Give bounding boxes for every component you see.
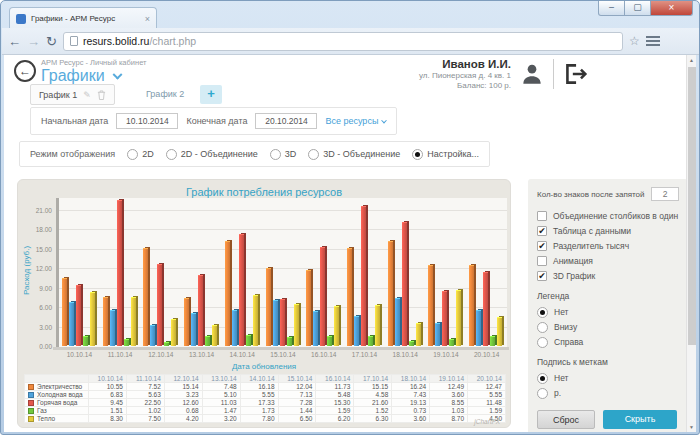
user-profile-icon[interactable]	[519, 61, 545, 87]
series-value: 0.68	[164, 407, 202, 415]
scroll-up-icon[interactable]: ▲	[687, 55, 696, 65]
labels-option-radio[interactable]	[537, 373, 548, 384]
bar-Холодная вода	[69, 302, 74, 346]
labels-option[interactable]: Нет	[537, 371, 679, 385]
x-axis-tick: 12.10.14	[140, 351, 181, 358]
forward-nav-icon[interactable]: →	[27, 35, 40, 48]
page-title[interactable]: Графики	[41, 67, 121, 85]
series-value: 8.30	[89, 415, 127, 423]
legend-option-radio[interactable]	[537, 322, 548, 333]
y-axis-tick: 21.00	[18, 207, 52, 214]
url-host: resurs.bolid.ru	[83, 35, 150, 47]
table-date-header: 17.10.14	[354, 375, 392, 383]
legend-option[interactable]: Внизу	[537, 320, 679, 334]
mode-option-radio[interactable]	[412, 149, 423, 160]
legend-option-radio[interactable]	[537, 337, 548, 348]
series-value: 6.20	[316, 415, 354, 423]
close-button[interactable]: ×	[651, 1, 693, 16]
checkbox[interactable]: ✔	[537, 241, 547, 251]
table-date-header: 11.10.14	[126, 375, 164, 383]
table-date-header: 12.10.14	[164, 375, 202, 383]
favicon-icon	[16, 14, 26, 24]
checkbox[interactable]	[537, 211, 547, 221]
hide-button[interactable]: Скрыть	[603, 410, 677, 429]
mode-option[interactable]: Настройка...	[412, 149, 479, 160]
series-value: 7.43	[392, 391, 430, 399]
mode-option-radio[interactable]	[127, 149, 138, 160]
series-value: 6.83	[89, 391, 127, 399]
checkbox[interactable]: ✔	[537, 271, 547, 281]
maximize-button[interactable]: ▢	[625, 1, 651, 16]
page-icon	[70, 36, 78, 46]
logout-icon[interactable]	[562, 61, 588, 87]
start-date-input[interactable]	[116, 113, 178, 129]
mode-option[interactable]: 2D	[127, 149, 154, 160]
reset-button[interactable]: Сброс	[537, 410, 595, 429]
minimize-button[interactable]: –	[598, 1, 625, 16]
bookmark-star-icon[interactable]: ☆	[629, 34, 640, 48]
settings-checkbox-row[interactable]: Объединение столбиков в один	[537, 209, 679, 223]
mode-option[interactable]: 3D - Объединение	[308, 149, 400, 160]
series-value: 17.33	[240, 399, 278, 407]
tab-title: Графики - АРМ Ресурс	[31, 14, 140, 23]
table-date-header: 16.10.14	[316, 375, 354, 383]
labels-option-radio[interactable]	[537, 388, 548, 399]
mode-option[interactable]: 2D - Объединение	[166, 149, 258, 160]
mode-option-radio[interactable]	[270, 149, 281, 160]
series-value: 5.55	[240, 391, 278, 399]
table-date-header: 15.10.14	[278, 375, 316, 383]
mode-option-radio[interactable]	[166, 149, 177, 160]
y-axis-tick: 6.00	[18, 304, 52, 311]
legend-option[interactable]: Нет	[537, 305, 679, 319]
delete-trash-icon[interactable]	[97, 90, 106, 100]
checkbox[interactable]: ✔	[537, 226, 547, 236]
tab-grafik-2[interactable]: График 2	[146, 89, 184, 99]
series-value: 9.45	[89, 399, 127, 407]
back-nav-icon[interactable]: ←	[8, 35, 21, 48]
series-value: 1.59	[316, 407, 354, 415]
checkbox-label: 3D График	[553, 271, 595, 281]
add-chart-button[interactable]: +	[200, 85, 222, 104]
series-value: 1.02	[126, 407, 164, 415]
bar-Горячая вода	[76, 285, 81, 346]
mode-option[interactable]: 3D	[270, 149, 297, 160]
reload-icon[interactable]: ↻	[46, 35, 57, 48]
bar-Тепло	[212, 325, 217, 346]
series-value: 1.52	[354, 407, 392, 415]
all-resources-link[interactable]: Все ресурсы	[325, 116, 386, 126]
settings-checkbox-row[interactable]: ✔Таблица с данными	[537, 224, 679, 238]
series-value: 11.48	[468, 399, 506, 407]
end-date-input[interactable]	[255, 113, 317, 129]
bar-Тепло	[294, 304, 299, 346]
settings-checkbox-row[interactable]: Анимация	[537, 254, 679, 268]
scrollbar-thumb[interactable]	[688, 67, 696, 345]
chevron-down-icon[interactable]	[112, 70, 122, 80]
address-bar[interactable]: resurs.bolid.ru/chart.php	[63, 32, 623, 51]
settings-checkbox-row[interactable]: ✔3D График	[537, 269, 679, 283]
url-path: /chart.php	[149, 35, 196, 47]
table-date-header: 18.10.14	[392, 375, 430, 383]
tab-grafik-1[interactable]: График 1 ✎	[30, 84, 115, 105]
series-value: 1.51	[89, 407, 127, 415]
legend-option[interactable]: Справа	[537, 335, 679, 349]
checkbox[interactable]	[537, 256, 547, 266]
decimals-input[interactable]	[651, 187, 679, 201]
page-scrollbar[interactable]: ▲ ▼	[686, 55, 696, 432]
bar-Тепло	[90, 292, 95, 346]
series-value: 8.55	[430, 399, 468, 407]
scroll-down-icon[interactable]: ▼	[687, 422, 696, 432]
settings-checkbox-row[interactable]: ✔Разделитель тысяч	[537, 239, 679, 253]
series-value: 1.44	[278, 407, 316, 415]
series-value: 19.13	[392, 399, 430, 407]
table-row: Газ1.511.020.681.471.731.441.591.520.731…	[25, 407, 506, 415]
x-axis-tick: 10.10.14	[59, 351, 100, 358]
browser-tab[interactable]: Графики - АРМ Ресурс ×	[9, 7, 157, 29]
labels-option[interactable]: р.	[537, 386, 679, 400]
mode-option-radio[interactable]	[308, 149, 319, 160]
tab-close-icon[interactable]: ×	[145, 14, 150, 24]
edit-pencil-icon[interactable]: ✎	[83, 90, 91, 100]
series-value: 16.18	[240, 383, 278, 391]
browser-menu-icon[interactable]	[646, 36, 660, 46]
back-button[interactable]: ←	[14, 60, 36, 82]
legend-option-radio[interactable]	[537, 307, 548, 318]
